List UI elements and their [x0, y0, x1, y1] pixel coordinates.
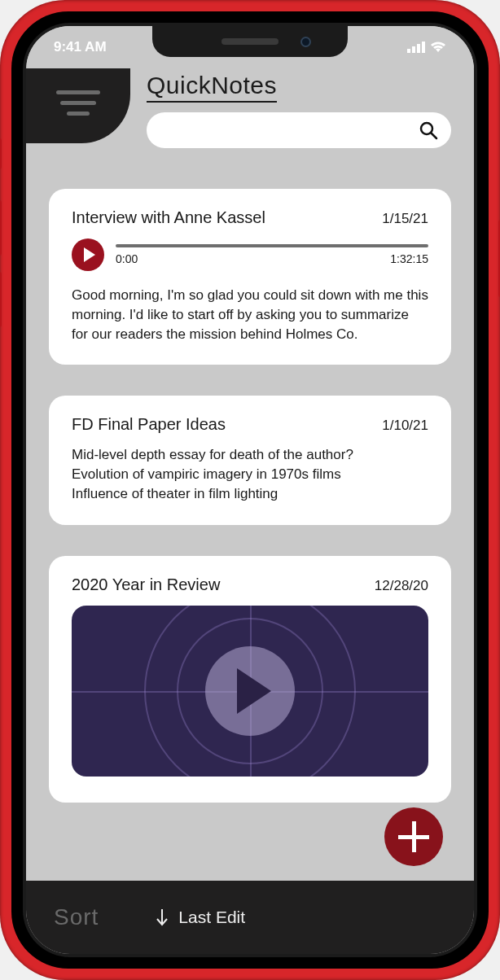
audio-start-time: 0:00 — [116, 252, 138, 265]
note-date: 1/15/21 — [382, 211, 428, 227]
svg-rect-3 — [422, 42, 425, 53]
menu-icon — [56, 90, 100, 116]
arrow-down-icon — [156, 908, 169, 926]
svg-line-5 — [431, 133, 436, 138]
audio-play-button[interactable] — [72, 238, 104, 271]
play-icon — [237, 668, 271, 714]
search-input[interactable] — [147, 112, 451, 148]
audio-end-time: 1:32:15 — [390, 252, 428, 265]
note-title: Interview with Anne Kassel — [72, 208, 265, 227]
wifi-icon — [430, 42, 446, 53]
note-card[interactable]: 2020 Year in Review 12/28/20 — [49, 556, 451, 803]
bottom-bar: Sort Last Edit — [26, 881, 474, 954]
note-card[interactable]: FD Final Paper Ideas 1/10/21 Mid-level d… — [49, 396, 451, 524]
svg-rect-0 — [407, 49, 410, 53]
menu-button[interactable] — [26, 62, 130, 143]
svg-rect-1 — [412, 46, 415, 53]
sort-value-label: Last Edit — [178, 908, 245, 927]
status-icons — [407, 42, 446, 53]
search-field[interactable] — [160, 123, 419, 138]
video-play-button[interactable] — [205, 646, 295, 736]
sort-label: Sort — [54, 904, 99, 930]
status-time: 9:41 AM — [54, 39, 107, 55]
sort-button[interactable]: Last Edit — [156, 908, 245, 927]
search-icon — [419, 120, 438, 140]
play-icon — [84, 247, 95, 262]
signal-icon — [407, 42, 425, 53]
note-body: Mid-level depth essay for death of the a… — [72, 445, 428, 503]
note-card[interactable]: Interview with Anne Kassel 1/15/21 0:00 — [49, 189, 451, 365]
note-title: 2020 Year in Review — [72, 575, 220, 594]
note-body: Good morning, I'm so glad you could sit … — [72, 286, 428, 343]
video-thumbnail[interactable] — [72, 606, 428, 777]
svg-rect-2 — [417, 44, 420, 53]
audio-scrubber[interactable]: 0:00 1:32:15 — [116, 244, 428, 265]
note-title: FD Final Paper Ideas — [72, 415, 226, 434]
app-title: QuickNotes — [147, 72, 277, 103]
note-date: 1/10/21 — [382, 418, 428, 434]
note-date: 12/28/20 — [375, 578, 428, 594]
add-note-button[interactable] — [384, 807, 443, 866]
